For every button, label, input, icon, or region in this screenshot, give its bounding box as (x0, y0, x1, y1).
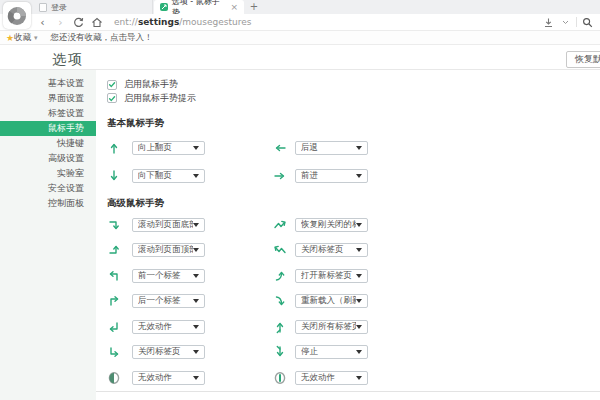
gesture-up-left-icon (107, 269, 121, 283)
sidebar-item-entry[interactable]: 基本设置 (0, 76, 96, 91)
gesture-action-select[interactable]: 关闭所有标签页 (295, 320, 368, 334)
favorites-star-icon[interactable]: ★ (6, 33, 14, 43)
gesture-cell: 后一个标签 (107, 294, 273, 308)
favorites-chevron-icon[interactable]: ▾ (34, 34, 38, 42)
gesture-row: 无效动作无效动作 (107, 365, 600, 391)
sidebar-item-entry[interactable]: 实验室 (0, 166, 96, 181)
caret-down-icon (193, 376, 199, 380)
gesture-row: 向下翻页前进 (107, 162, 600, 190)
gesture-up-icon (107, 141, 121, 155)
gesture-curve-down-icon (273, 294, 287, 308)
gesture-right-up-icon (107, 243, 121, 257)
favorites-label[interactable]: 收藏 (14, 32, 31, 44)
gesture-zigzag-left-icon (273, 243, 287, 257)
gesture-cell: 恢复刚关闭的标签 (273, 218, 368, 232)
caret-down-icon (356, 248, 362, 252)
restore-defaults-button[interactable]: 恢复默认设置 (566, 51, 600, 68)
caret-down-icon (356, 274, 362, 278)
caret-down-icon (356, 174, 362, 178)
gesture-wheel-middle-icon (273, 371, 287, 385)
gesture-action-select[interactable]: 关闭标签页 (295, 243, 368, 257)
close-tab-icon[interactable]: × (230, 2, 238, 12)
caret-down-icon (356, 325, 362, 329)
gesture-action-select[interactable]: 前进 (295, 169, 368, 183)
caret-down-icon (193, 299, 199, 303)
gesture-row: 后一个标签重新载入（刷新） (107, 289, 600, 315)
divider (576, 17, 577, 27)
gesture-action-select[interactable]: 后一个标签 (132, 294, 205, 308)
gesture-row: 前一个标签打开新标签页 (107, 263, 600, 289)
page-favicon-icon (39, 3, 47, 12)
new-tab-button[interactable]: + (247, 0, 261, 14)
caret-down-icon (193, 325, 199, 329)
caret-down-icon (356, 223, 362, 227)
browser-menu-button[interactable] (3, 2, 31, 29)
toggles: 启用鼠标手势启用鼠标手势提示 (107, 78, 600, 105)
gesture-action-select[interactable]: 无效动作 (132, 320, 205, 334)
gesture-row: 滚动到页面底部恢复刚关闭的标签 (107, 212, 600, 238)
bookmarks-empty-hint[interactable]: 您还没有收藏，点击导入！ (51, 32, 153, 44)
gesture-cell: 关闭标签页 (273, 243, 368, 257)
settings-page: 选项 恢复默认设置 基本设置界面设置标签设置鼠标手势快捷键高级设置实验室安全设置… (0, 45, 600, 400)
tab-login[interactable]: 登录 (33, 0, 153, 14)
sidebar-nav: 基本设置界面设置标签设置鼠标手势快捷键高级设置实验室安全设置控制面板 (0, 70, 96, 400)
gesture-rows: 向上翻页后退向下翻页前进 (107, 134, 600, 190)
gesture-action-select[interactable]: 向下翻页 (132, 169, 205, 183)
gesture-action-select[interactable]: 滚动到页面底部 (132, 218, 205, 232)
home-icon[interactable] (90, 16, 103, 29)
sidebar-item-entry[interactable]: 高级设置 (0, 151, 96, 166)
forward-icon[interactable]: › (54, 16, 67, 29)
gesture-right-down-icon (107, 218, 121, 232)
tab-label: 登录 (51, 2, 67, 13)
checkbox-icon[interactable] (107, 93, 117, 103)
caret-down-icon (193, 146, 199, 150)
gesture-action-select[interactable]: 打开新标签页 (295, 269, 368, 283)
gesture-up-right-icon (107, 294, 121, 308)
sidebar-item-entry[interactable]: 快捷键 (0, 136, 96, 151)
sidebar-item-entry[interactable]: 控制面板 (0, 196, 96, 211)
gesture-cell: 无效动作 (107, 320, 273, 334)
caret-down-icon (356, 299, 362, 303)
download-icon[interactable] (542, 16, 555, 29)
sidebar-item-active[interactable]: 鼠标手势 (0, 121, 96, 136)
gesture-cell: 关闭所有标签页 (273, 320, 368, 334)
gesture-cell: 向上翻页 (107, 141, 273, 155)
tab-strip: 登录 选项 - 鼠标手势 × + (0, 0, 600, 14)
address-bar[interactable]: ent://settings/mousegestures (114, 17, 251, 27)
gesture-action-select[interactable]: 恢复刚关闭的标签 (295, 218, 368, 232)
sidebar-item-entry[interactable]: 界面设置 (0, 91, 96, 106)
browser-logo-icon (6, 5, 28, 27)
checkbox-icon[interactable] (107, 80, 117, 90)
gesture-action-select[interactable]: 前一个标签 (132, 269, 205, 283)
caret-down-icon (356, 350, 362, 354)
mouse-gestures-panel: 启用鼠标手势启用鼠标手势提示 基本鼠标手势向上翻页后退向下翻页前进高级鼠标手势滚… (96, 69, 600, 400)
gesture-down-right-icon (107, 345, 121, 359)
options-favicon-icon (160, 3, 168, 11)
gesture-action-select[interactable]: 关闭标签页 (132, 345, 205, 359)
gesture-row: 关闭标签页停止 (107, 340, 600, 366)
gesture-action-select[interactable]: 重新载入（刷新） (295, 294, 368, 308)
gesture-action-select[interactable]: 无效动作 (295, 371, 368, 385)
gesture-rows: 滚动到页面底部恢复刚关闭的标签滚动到页面顶部关闭标签页前一个标签打开新标签页后一… (107, 212, 600, 391)
caret-down-icon (193, 274, 199, 278)
content-bottom-divider (96, 391, 600, 392)
gesture-action-select[interactable]: 滚动到页面顶部 (132, 243, 205, 257)
section-title: 高级鼠标手势 (107, 196, 600, 209)
gesture-cell: 无效动作 (273, 371, 368, 385)
back-icon[interactable]: ‹ (36, 16, 49, 29)
tab-options[interactable]: 选项 - 鼠标手势 × (154, 0, 244, 14)
caret-down-icon (193, 223, 199, 227)
reload-icon[interactable] (72, 16, 85, 29)
gesture-action-select[interactable]: 无效动作 (132, 371, 205, 385)
gesture-action-select[interactable]: 向上翻页 (132, 141, 205, 155)
gesture-cell: 重新载入（刷新） (273, 294, 368, 308)
gesture-action-select[interactable]: 后退 (295, 141, 368, 155)
page-title: 选项 (52, 51, 84, 69)
sidebar-item-entry[interactable]: 安全设置 (0, 181, 96, 196)
chevron-down-icon[interactable] (559, 16, 572, 29)
gesture-action-select[interactable]: 停止 (295, 345, 368, 359)
gesture-cell: 后退 (273, 141, 368, 155)
search-icon[interactable] (581, 16, 594, 29)
gesture-tail-up-icon (273, 320, 287, 334)
sidebar-item-entry[interactable]: 标签设置 (0, 106, 96, 121)
